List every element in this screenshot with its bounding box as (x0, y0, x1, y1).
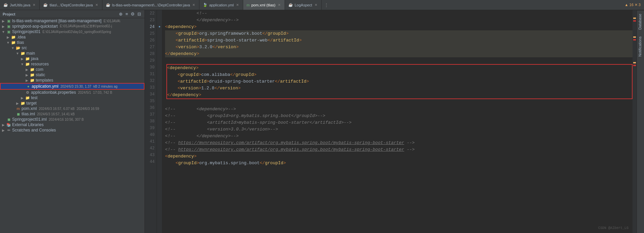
tree-label: tlias.iml (22, 112, 35, 116)
tree-item-springproject01iml[interactable]: ◼ Springproject01.iml 2024/4/16 10:56, 3… (0, 117, 144, 122)
tab-close[interactable]: ✕ (314, 3, 318, 7)
code-line-25: <groupId>org.springframework.boot</group… (165, 30, 634, 37)
tree-item-idea[interactable]: ▶ 📁 .idea (0, 34, 144, 40)
tab-deptctrl1[interactable]: ☕ tlias\...\DeptController.java ✕ (40, 0, 102, 10)
tab-logaspect[interactable]: ☕ LogAspect ✕ (285, 0, 322, 10)
tab-label: pom.xml (tlias) (251, 3, 276, 7)
scratches-icon: ✏ (6, 128, 11, 133)
line-num: 30 (147, 64, 155, 71)
line-num: 41 (147, 138, 155, 145)
tree-item-tlias-web[interactable]: ▶ ▣ ls-tlias-web-management [tlias-web-m… (0, 18, 144, 24)
code-line-41: <!-- https://mvnrepository.com/artifact/… (165, 140, 634, 146)
tab-close[interactable]: ✕ (235, 3, 239, 7)
code-line-27: <version>3.2.0</version> (165, 44, 634, 51)
tab-close[interactable]: ✕ (277, 3, 281, 7)
tree-item-pomxml[interactable]: m pom.xml 2024/6/3 16:57, 6.07 kB 2024/6… (0, 106, 144, 111)
tree-meta: 2024/4/16 10:56, 307 B (49, 118, 84, 121)
scrollbar-markers (633, 10, 637, 233)
tree-label: com (36, 67, 43, 72)
line-num: 44 (147, 158, 155, 165)
line-num: 35 (147, 98, 155, 105)
settings-button[interactable]: ⚙ (130, 11, 135, 17)
line-num: 43 (147, 152, 155, 158)
iml-icon: ◼ (6, 117, 11, 122)
tree-label: Springproject01 (12, 29, 40, 34)
code-line-34: </dependency> (167, 92, 632, 98)
database-panel-label[interactable]: Database (637, 10, 644, 33)
collapse-arrow: ▶ (1, 128, 5, 132)
tree-item-java[interactable]: ▶ 📁 java (0, 56, 144, 61)
comment-link[interactable]: https://mvnrepository.com/artifact/org.m… (178, 146, 404, 153)
add-button[interactable]: ⊕ (118, 11, 123, 17)
gear-icon[interactable]: ⊟ (137, 11, 142, 17)
tree-item-target[interactable]: ▶ 📁 target (0, 100, 144, 106)
tree-meta: 2024/6/3 16:57, 14.41 kB (37, 112, 75, 116)
maven-warnings: ▲ 16 ✕ 3 (621, 0, 644, 10)
code-line-35 (165, 99, 634, 106)
tree-item-resources[interactable]: ▼ 📁 resources (0, 61, 144, 67)
sort-button[interactable]: ≡ (125, 11, 129, 17)
tree-meta2: kB 2 minutes ag (93, 85, 118, 88)
folder-icon: 📁 (25, 96, 30, 100)
folder-icon: 📁 (11, 40, 16, 45)
tree-item-scratches[interactable]: ▶ ✏ Scratches and Consoles (0, 127, 144, 133)
tab-pomxml[interactable]: m pom.xml (tlias) ✕ (243, 0, 285, 10)
comment-text: <!-- (165, 10, 207, 17)
tree-meta2: 2024/6/3 16:59 (77, 107, 99, 111)
tree-item-templates[interactable]: ▶ 📁 templates (0, 78, 144, 83)
code-line-24: <dependency> (165, 24, 634, 30)
line-num: 42 (147, 145, 155, 152)
tree-item-appyml[interactable]: ● application.yml 2024/6/3 15:30, 1.37 k… (0, 83, 144, 90)
tab-close[interactable]: ✕ (192, 3, 196, 7)
tab-close[interactable]: ✕ (95, 3, 99, 7)
tree-meta2: 17:03, 742 B (93, 91, 112, 94)
tree-item-src[interactable]: ▼ 📂 src (0, 45, 144, 51)
java-icon: ☕ (43, 3, 48, 7)
code-content: 22 23 24 25 26 27 28 29 30 31 32 33 34 3… (145, 10, 637, 233)
tab-label: application.yml (209, 3, 234, 7)
tree-label: tlias (17, 40, 24, 45)
tree-meta: 2024/6/3 16:57, 6.07 kB (39, 107, 74, 111)
folder-icon: 📁 (20, 51, 26, 56)
tree-item-tliasiml[interactable]: ◼ tlias.iml 2024/6/3 16:57, 14.41 kB (0, 111, 144, 117)
tree-label: applicationbak.properties (31, 90, 76, 95)
tree-item-extlibs[interactable]: ▶ 📚 External Libraries (0, 122, 144, 127)
tree-item-springboot-aop[interactable]: ▶ ▣ springboot-aop-quickstart E:\01JAVA\… (0, 24, 144, 29)
scroll-marker-warning (633, 18, 636, 19)
tab-deptctrl2[interactable]: ☕ ls-tlias-web-management\...\DeptContro… (102, 0, 200, 10)
line-num: 36 (147, 105, 155, 111)
tree-label: springboot-aop-quickstart (12, 24, 58, 29)
tree-item-com[interactable]: ▶ 📁 com (0, 67, 144, 72)
yaml-icon: 🍃 (203, 3, 207, 7)
scroll-marker-error3 (633, 65, 636, 66)
collapse-arrow: ▶ (25, 79, 29, 82)
xml-bracket: > (194, 24, 197, 30)
tab-close[interactable]: ✕ (32, 3, 36, 7)
collapse-arrow: ▼ (20, 62, 24, 66)
code-editor[interactable]: 22 23 24 25 26 27 28 29 30 31 32 33 34 3… (145, 10, 637, 233)
tab-appyml[interactable]: 🍃 application.yml ✕ (199, 0, 243, 10)
more-tabs-button[interactable]: ⋮ (322, 0, 331, 10)
editor-area: 22 23 24 25 26 27 28 29 30 31 32 33 34 3… (145, 10, 644, 233)
code-line-30: <dependency> (167, 65, 632, 71)
tree-item-test[interactable]: ▶ 📁 test (0, 95, 144, 100)
project-tree[interactable]: ▶ ▣ ls-tlias-web-management [tlias-web-m… (0, 18, 144, 233)
dependency-box: <dependency> <groupId>com.alibaba</group… (166, 64, 633, 99)
tree-item-static[interactable]: ▶ 📁 static (0, 72, 144, 78)
tab-jwturi[interactable]: ☕ JwtUtils.java ✕ (0, 0, 40, 10)
tree-label: ls-tlias-web-management [tlias-web-manag… (12, 19, 101, 23)
line-num: 25 (147, 30, 155, 37)
collapse-arrow: ▶ (20, 57, 24, 61)
tree-item-tlias[interactable]: ▼ 📁 tlias (0, 40, 144, 45)
notifications-panel-label[interactable]: Notifications (637, 33, 644, 60)
tree-label: target (26, 101, 37, 106)
java-icon: ☕ (3, 3, 8, 7)
tree-item-appbak[interactable]: ⚙ applicationbak.properties 2024/5/1 17:… (0, 90, 144, 95)
folder-icon: 📁 (25, 62, 30, 66)
tree-item-springproject01[interactable]: ▼ ▣ Springproject01 E:\01JAVA\period02\d… (0, 29, 144, 34)
code-line-43: <dependency> (165, 153, 634, 160)
comment-link[interactable]: https://mvnrepository.com/artifact/org.m… (178, 140, 404, 146)
tree-item-main[interactable]: ▼ 📁 main (0, 51, 144, 56)
xml-icon: m (15, 107, 21, 111)
module-icon: ▣ (6, 30, 11, 34)
